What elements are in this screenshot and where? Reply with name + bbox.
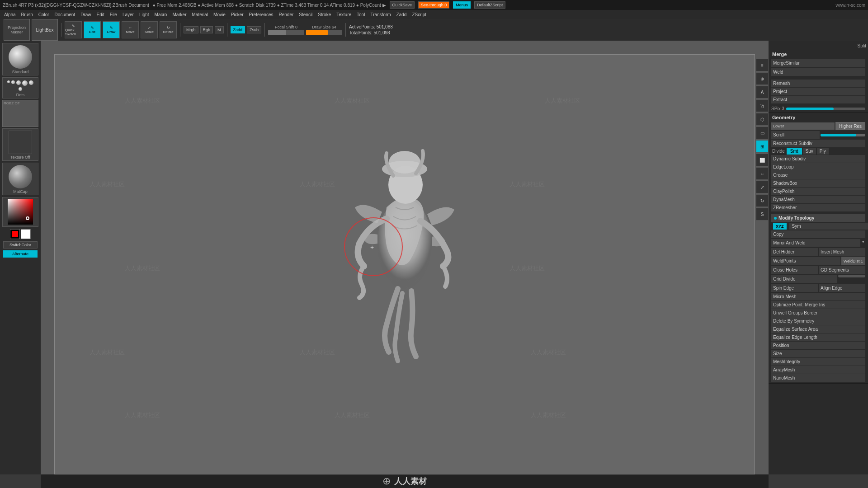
alternate-button[interactable]: Alternate — [3, 250, 38, 258]
shadowbox-button[interactable]: ShadowBox — [771, 179, 865, 187]
align-edge-button[interactable]: Align Edge — [819, 284, 865, 292]
quicksave-button[interactable]: QuickSave — [390, 1, 415, 9]
brush-preview[interactable]: Standard — [2, 43, 38, 75]
menu-material[interactable]: Material — [190, 11, 211, 18]
menu-stroke[interactable]: Stroke — [316, 11, 333, 18]
focal-shift-control[interactable]: Focal Shift 0 — [268, 25, 304, 35]
rgbz-control[interactable]: RGBZ Off — [2, 100, 38, 127]
menu-document[interactable]: Document — [52, 11, 78, 18]
actual-icon-btn[interactable]: A — [756, 86, 769, 99]
frame-btn[interactable]: ⬜ — [756, 154, 769, 166]
menu-texture[interactable]: Texture — [334, 11, 354, 18]
position-button[interactable]: Position — [771, 342, 865, 349]
weld-points-button[interactable]: WeldPoints — [771, 257, 840, 265]
zremesher-button[interactable]: ZRemesher — [771, 204, 865, 211]
project-button[interactable]: Project — [771, 88, 865, 95]
modify-topology-header[interactable]: Modify Topology — [771, 214, 865, 222]
texture-preview[interactable]: Texture Off — [2, 128, 38, 161]
xyz-button[interactable]: XYZ — [773, 223, 787, 230]
projection-master-button[interactable]: Projection Master — [4, 19, 30, 41]
menu-layer[interactable]: Layer — [120, 11, 136, 18]
menu-light[interactable]: Light — [137, 11, 151, 18]
menu-zadd[interactable]: Zadd — [394, 11, 409, 18]
dynamic-persp-btn[interactable]: ⬡ — [756, 113, 769, 126]
menu-marker[interactable]: Marker — [170, 11, 189, 18]
reconstruct-subdiv-button[interactable]: Reconstruct Subdiv — [771, 140, 865, 147]
canvas-area[interactable]: 人人素材社区 人人素材社区 人人素材社区 人人素材社区 人人素材社区 人人素材社… — [41, 41, 769, 488]
scroll-icon-btn[interactable]: ≡ — [756, 59, 769, 71]
rgb-button[interactable]: Rgb — [200, 26, 213, 33]
suv-button[interactable]: Suv — [803, 148, 816, 155]
spin-edge-button[interactable]: Spin Edge — [771, 284, 818, 292]
lightbox-button[interactable]: LightBox — [32, 19, 58, 41]
rotate-button[interactable]: ↻ Rotate — [160, 21, 177, 38]
scale-button[interactable]: ⤢ Scale — [141, 21, 158, 38]
size-button[interactable]: Size — [771, 350, 865, 357]
smt-button[interactable]: Smt — [787, 148, 802, 155]
menus-button[interactable]: Menus — [453, 1, 471, 9]
menu-edit[interactable]: Edit — [94, 11, 107, 18]
gd-segments-button[interactable]: GD Segments — [819, 266, 865, 274]
claypolish-button[interactable]: ClayPolish — [771, 188, 865, 195]
close-holes-button[interactable]: Close Holes — [771, 266, 818, 274]
zoom-icon-btn[interactable]: ⊕ — [756, 72, 769, 85]
move-button[interactable]: ↔ Move — [122, 21, 139, 38]
m-button[interactable]: M — [215, 26, 224, 33]
equalize-edge-button[interactable]: Equalize Edge Length — [771, 333, 865, 341]
crease-button[interactable]: Crease — [771, 171, 865, 179]
zsub-button[interactable]: Zsub — [247, 26, 261, 33]
menu-macro[interactable]: Macro — [152, 11, 170, 18]
higher-res-button[interactable]: Higher Res — [835, 122, 865, 130]
merge-similar-button[interactable]: MergeSimilar — [771, 59, 865, 67]
menu-brush[interactable]: Brush — [19, 11, 35, 18]
menu-color[interactable]: Color — [36, 11, 52, 18]
see-through-button[interactable]: See-through 0 — [418, 1, 449, 9]
switch-color-button[interactable]: SwitchColor — [3, 241, 38, 249]
lower-res-button[interactable]: Lower — [771, 122, 835, 130]
draw-size-control[interactable]: Draw Size 64 — [306, 25, 342, 35]
menu-movie[interactable]: Movie — [211, 11, 228, 18]
menu-zscript[interactable]: ZScript — [410, 11, 429, 18]
size-slider[interactable] — [821, 134, 865, 136]
canvas-inner[interactable]: 人人素材社区 人人素材社区 人人素材社区 人人素材社区 人人素材社区 人人素材社… — [54, 54, 755, 474]
menu-stencil[interactable]: Stencil — [297, 11, 315, 18]
optimize-button[interactable]: Optimize Point: MergeTris — [771, 301, 865, 309]
focal-shift-slider[interactable] — [268, 30, 304, 35]
brush-stroke-preview[interactable]: Dots — [2, 77, 38, 99]
draw-size-slider[interactable] — [306, 30, 342, 35]
menu-draw[interactable]: Draw — [78, 11, 93, 18]
color-picker[interactable] — [2, 197, 38, 227]
floor-btn[interactable]: ▭ — [756, 127, 769, 139]
menu-tool[interactable]: Tool — [354, 11, 367, 18]
ply-button[interactable]: Ply — [817, 148, 829, 155]
move-side-btn[interactable]: ↔ — [756, 167, 769, 180]
micro-mesh-button[interactable]: Micro Mesh — [771, 293, 865, 300]
mrgb-button[interactable]: Mrgb — [184, 26, 198, 33]
white-swatch[interactable] — [21, 229, 31, 239]
color-gradient[interactable] — [8, 199, 33, 225]
local-btn[interactable]: ⊞ — [756, 140, 769, 153]
spix-slider[interactable] — [786, 108, 865, 110]
dynamic-subdiv-button[interactable]: Dynamic Subdiv — [771, 155, 865, 163]
scroll-geo-button[interactable]: Scroll — [771, 131, 820, 139]
zadd-button[interactable]: Zadd — [231, 26, 245, 33]
rotate-side-btn[interactable]: ↻ — [756, 194, 769, 207]
arraymesh-button[interactable]: ArrayMesh — [771, 366, 865, 374]
default-script-button[interactable]: DefaultZScript — [474, 1, 505, 9]
menu-picker[interactable]: Picker — [229, 11, 246, 18]
copy-button[interactable]: Copy — [771, 230, 865, 238]
weld-button[interactable]: Weld — [771, 68, 865, 76]
samp-btn[interactable]: S — [756, 208, 769, 221]
menu-file[interactable]: File — [108, 11, 119, 18]
menu-preferences[interactable]: Preferences — [247, 11, 276, 18]
sym-button[interactable]: Sym — [789, 223, 868, 230]
merge-title[interactable]: Merge — [771, 50, 865, 58]
edgeloop-button[interactable]: EdgeLoop — [771, 163, 865, 171]
geometry-title[interactable]: Geometry — [771, 113, 865, 122]
black-swatch[interactable] — [10, 229, 20, 239]
grid-divide-button[interactable]: Grid Divide — [771, 275, 837, 283]
quick-sketch-button[interactable]: ✎ Quick Sketch — [65, 21, 82, 38]
extract-button[interactable]: Extract — [771, 96, 865, 103]
insert-mesh-button[interactable]: Insert Mesh — [819, 248, 865, 256]
menu-transform[interactable]: Transform — [368, 11, 393, 18]
